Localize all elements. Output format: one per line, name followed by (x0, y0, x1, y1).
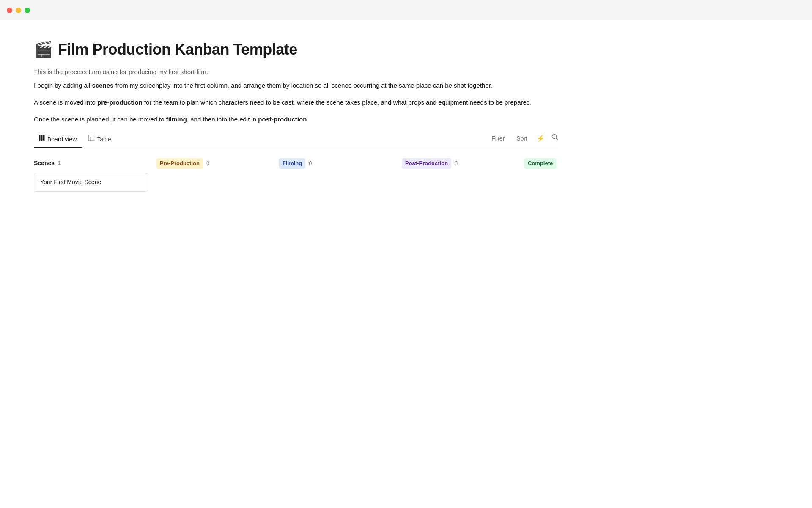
column-label-scenes: Scenes (34, 158, 55, 168)
column-filming: Filming 0 (279, 158, 393, 174)
page-title-row: 🎬 Film Production Kanban Template (34, 37, 558, 62)
svg-rect-1 (41, 135, 43, 141)
tab-board-view[interactable]: Board view (34, 131, 82, 148)
para3-middle: , and then into the edit in (187, 116, 258, 123)
para2-suffix: for the team to plan which characters ne… (143, 99, 532, 106)
column-header-scenes: Scenes 1 (34, 158, 148, 168)
tab-table-label: Table (97, 135, 111, 144)
column-post-production: Post-Production 0 (402, 158, 516, 174)
filter-button[interactable]: Filter (489, 133, 507, 144)
column-count-post-production: 0 (455, 159, 458, 168)
close-button[interactable] (7, 8, 12, 13)
column-complete: Complete 0 (524, 158, 558, 174)
svg-point-6 (552, 135, 557, 139)
para3-bold1: filming (166, 116, 187, 123)
sort-button[interactable]: Sort (514, 133, 530, 144)
para2-bold: pre-production (97, 99, 143, 106)
table-icon (88, 135, 94, 144)
column-label-post-production: Post-Production (402, 158, 451, 169)
para2-prefix: A scene is moved into (34, 99, 97, 106)
paragraph-3: Once the scene is planned, it can be mov… (34, 114, 558, 124)
subtitle: This is the process I am using for produ… (34, 67, 558, 77)
main-content: 🎬 Film Production Kanban Template This i… (0, 20, 592, 209)
tabs-right: Filter Sort ⚡ (489, 133, 558, 146)
svg-rect-3 (88, 135, 94, 141)
kanban-board: Scenes 1 Your First Movie Scene Pre-Prod… (34, 158, 558, 192)
lightning-icon[interactable]: ⚡ (537, 133, 545, 144)
svg-rect-2 (43, 135, 45, 141)
para1-prefix: I begin by adding all (34, 82, 92, 89)
tabs-bar: Board view Table Filter Sort ⚡ (34, 131, 558, 148)
column-label-pre-production: Pre-Production (156, 158, 203, 169)
para3-prefix: Once the scene is planned, it can be mov… (34, 116, 166, 123)
tab-table[interactable]: Table (83, 131, 116, 148)
card-your-first-movie-scene[interactable]: Your First Movie Scene (34, 173, 148, 191)
svg-line-7 (556, 138, 558, 140)
column-label-complete: Complete (524, 158, 556, 169)
column-label-filming: Filming (279, 158, 305, 169)
column-header-complete: Complete 0 (524, 158, 558, 169)
tab-board-view-label: Board view (47, 135, 77, 144)
para1-bold: scenes (92, 82, 114, 89)
paragraph-1: I begin by adding all scenes from my scr… (34, 80, 558, 91)
svg-rect-0 (39, 135, 41, 141)
column-header-filming: Filming 0 (279, 158, 393, 169)
column-header-post-production: Post-Production 0 (402, 158, 516, 169)
paragraph-2: A scene is moved into pre-production for… (34, 97, 558, 108)
para3-bold2: post-production (258, 116, 307, 123)
column-count-pre-production: 0 (206, 159, 209, 168)
column-pre-production: Pre-Production 0 (156, 158, 271, 174)
column-header-pre-production: Pre-Production 0 (156, 158, 271, 169)
column-count-scenes: 1 (58, 159, 61, 168)
minimize-button[interactable] (16, 8, 21, 13)
maximize-button[interactable] (25, 8, 30, 13)
search-icon[interactable] (551, 133, 558, 144)
para1-suffix: from my screenplay into the first column… (113, 82, 492, 89)
tabs-left: Board view Table (34, 131, 116, 148)
titlebar (0, 0, 812, 20)
para3-suffix: . (307, 116, 308, 123)
column-count-filming: 0 (309, 159, 312, 168)
board-view-icon (39, 135, 45, 144)
page-title: Film Production Kanban Template (58, 37, 297, 62)
column-scenes: Scenes 1 Your First Movie Scene (34, 158, 148, 192)
title-emoji: 🎬 (34, 37, 53, 62)
